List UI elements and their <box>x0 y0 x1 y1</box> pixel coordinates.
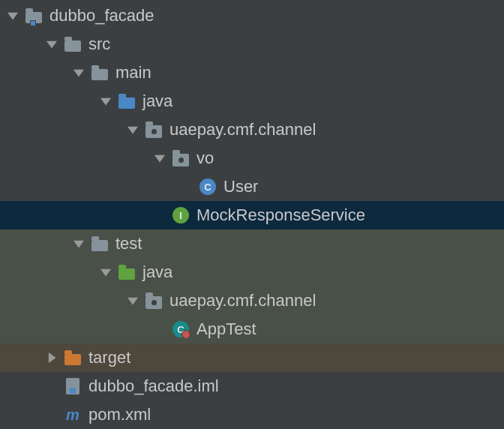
tree-row-class-user[interactable]: C User <box>0 172 504 201</box>
package-icon <box>144 120 164 140</box>
tree-row-folder-test[interactable]: test <box>0 230 504 258</box>
expand-arrow-down-icon[interactable] <box>72 66 86 80</box>
expand-arrow-down-icon[interactable] <box>99 94 112 108</box>
iml-file-icon <box>63 376 82 396</box>
tree-row-testclass-apptest[interactable]: C AppTest <box>0 315 504 344</box>
tree-row-package-test[interactable]: uaepay.cmf.channel <box>0 286 504 315</box>
node-label: test <box>116 234 142 254</box>
source-folder-icon <box>117 92 136 111</box>
interface-icon: I <box>171 206 190 225</box>
maven-file-icon: m <box>63 405 82 424</box>
test-class-icon: C <box>171 320 190 339</box>
folder-icon <box>90 234 110 254</box>
node-label: MockResponseService <box>196 206 365 225</box>
tree-row-interface-mockresponseservice[interactable]: I MockResponseService <box>0 201 504 230</box>
node-label: User <box>224 177 258 196</box>
node-label: AppTest <box>196 320 256 339</box>
expand-arrow-right-icon[interactable] <box>45 351 58 364</box>
tree-row-sourceroot-java[interactable]: java <box>0 87 504 116</box>
folder-icon <box>63 34 82 54</box>
package-icon <box>171 148 190 168</box>
node-label: target <box>88 348 130 368</box>
expand-arrow-down-icon[interactable] <box>126 123 140 136</box>
tree-row-folder-target[interactable]: target <box>0 344 504 372</box>
tree-row-package-main[interactable]: uaepay.cmf.channel <box>0 116 504 144</box>
tree-row-package-vo[interactable]: vo <box>0 144 504 172</box>
tree-row-file-pom[interactable]: m pom.xml <box>0 400 504 429</box>
node-label: main <box>116 63 152 82</box>
project-tree: dubbo_facade src main java uaepay.cmf.ch… <box>0 0 504 429</box>
node-label: pom.xml <box>88 405 151 424</box>
expand-arrow-down-icon[interactable] <box>153 152 166 165</box>
expand-arrow-down-icon[interactable] <box>99 266 112 279</box>
tree-row-file-iml[interactable]: dubbo_facade.iml <box>0 372 504 400</box>
node-label: src <box>88 34 110 54</box>
node-label: dubbo_facade.iml <box>88 376 219 396</box>
folder-icon <box>90 63 110 82</box>
tree-row-testroot-java[interactable]: java <box>0 258 504 286</box>
node-label: java <box>142 92 172 111</box>
tree-row-module-dubbo-facade[interactable]: dubbo_facade <box>0 2 504 30</box>
tree-row-folder-src[interactable]: src <box>0 30 504 58</box>
node-label: uaepay.cmf.channel <box>170 291 316 310</box>
excluded-folder-icon <box>63 348 82 368</box>
node-label: dubbo_facade <box>50 6 154 26</box>
expand-arrow-down-icon[interactable] <box>126 294 140 308</box>
package-icon <box>144 291 164 310</box>
module-folder-icon <box>24 6 44 26</box>
node-label: java <box>142 262 172 282</box>
tree-row-folder-main[interactable]: main <box>0 58 504 87</box>
expand-arrow-down-icon[interactable] <box>45 38 58 51</box>
test-folder-icon <box>117 262 136 282</box>
expand-arrow-down-icon[interactable] <box>6 9 20 22</box>
expand-arrow-down-icon[interactable] <box>72 237 86 250</box>
node-label: uaepay.cmf.channel <box>170 120 316 140</box>
node-label: vo <box>196 148 214 168</box>
class-icon: C <box>198 177 218 196</box>
